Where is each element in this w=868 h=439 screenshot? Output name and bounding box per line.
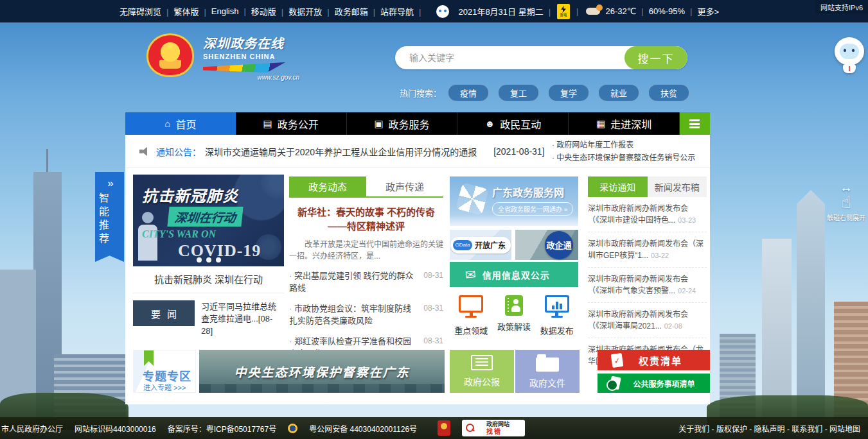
gd-banner-title: 广东政务服务网 xyxy=(492,184,564,200)
press-item[interactable]: 深圳市政府新闻办新闻发布会（《深圳海事局2021...02-08 xyxy=(588,303,707,338)
gov-documents-tile[interactable]: 政府文件 xyxy=(515,350,580,393)
smart-recommend-ribbon[interactable]: » 智能推荐 xyxy=(95,172,124,262)
news-item: 突出基层党建引领 践行党的群众路线 08-31 xyxy=(289,270,443,294)
hot-search-label: 热门搜索： xyxy=(400,87,441,99)
tab-gov-voice[interactable]: 政声传递 xyxy=(366,176,443,196)
open-gd-label: 开放广东 xyxy=(475,239,506,250)
news-item-link[interactable]: 突出基层党建引领 践行党的群众路线 xyxy=(289,270,418,294)
nav-about-shenzhen[interactable]: 走进深圳 xyxy=(569,112,680,135)
building-icon xyxy=(596,118,605,130)
side-link-annual-report[interactable]: 政府网站年度工作报表 xyxy=(552,139,701,151)
footer-link-sitemap[interactable]: 网站地图 xyxy=(829,425,860,434)
touch-hint-label: 触碰右侧展开 xyxy=(824,212,868,222)
footer-link-copyright[interactable]: 版权保护 xyxy=(716,425,754,434)
gd-banner-subtitle: 全省政务服务一网通办 » xyxy=(492,202,573,216)
policy-book-icon xyxy=(505,295,523,316)
press-item[interactable]: 深圳市政府新闻办新闻发布会（《深圳市气象灾害预警...02-24 xyxy=(588,268,707,303)
nav-gov-disclosure[interactable]: 政务公开 xyxy=(236,112,347,135)
public-service-list-banner[interactable]: 公共服务事项清单 xyxy=(598,374,710,393)
tab-gov-news[interactable]: 政务动态 xyxy=(289,176,366,196)
topbar-link-traditional[interactable]: 繁体版 xyxy=(173,5,211,17)
robot-mascot[interactable] xyxy=(833,37,865,74)
news-headline[interactable]: 新华社：春天的故事 不朽的传奇 ——特区精神述评 xyxy=(289,205,443,234)
topbar-link-accessibility[interactable]: 无障碍浏览 xyxy=(120,5,173,17)
notice-title-link[interactable]: 深圳市交通运输局关于2020年养护工程从业企业信用评分情况的通报 xyxy=(205,145,477,158)
news-item-link[interactable]: 市政协党组会议：筑牢制度防线 扎实防范各类廉政风险 xyxy=(289,302,418,327)
touch-expand-hint: ↔ ☝ 触碰右侧展开 xyxy=(824,182,868,222)
gd-service-banner[interactable]: 广东政务服务网 全省政务服务一网通办 » xyxy=(450,176,578,226)
footer-link-privacy[interactable]: 隐私声明 xyxy=(754,425,792,434)
news-column: 政务动态 政声传递 新华社：春天的故事 不朽的传奇 ——特区精神述评 改革开放是… xyxy=(289,176,443,368)
site-logo[interactable]: 深圳政务在线 SHENZHEN CHINA www.sz.gov.cn xyxy=(146,33,299,81)
topbar-link-mobile[interactable]: 移动版 xyxy=(251,5,288,17)
search-bar: 搜一下 xyxy=(395,46,687,69)
quick-link-policy[interactable]: 政策解读 xyxy=(493,295,536,336)
topbar-link-open-data[interactable]: 数据开放 xyxy=(288,5,334,17)
gov-enterprise-tile[interactable]: 政企通 xyxy=(515,230,578,260)
carousel-line3: CITY'S WAR ON xyxy=(142,228,216,240)
hot-search-return-work[interactable]: 复工 xyxy=(498,84,539,101)
topbar-link-gov-mail[interactable]: 政务邮箱 xyxy=(335,5,380,17)
footer-site-code: 网站标识码4403000016 xyxy=(75,423,156,434)
tab-interview-notice[interactable]: 采访通知 xyxy=(588,176,648,197)
carousel-dot[interactable] xyxy=(216,257,221,263)
quick-link-key-areas[interactable]: 重点领域 xyxy=(450,295,493,336)
side-link-env-inspection[interactable]: 中央生态环境保护督察整改任务销号公示 xyxy=(552,151,701,164)
carousel-dots xyxy=(197,257,221,263)
nav-home[interactable]: 首页 xyxy=(125,112,236,135)
open-guangdong-tile[interactable]: GData 开放广东 xyxy=(450,230,511,260)
press-item[interactable]: 深圳市政府新闻办新闻发布会（深圳市GEP核算“1...03-22 xyxy=(588,232,707,268)
hot-search-poverty[interactable]: 扶贫 xyxy=(648,84,689,101)
carousel-caption[interactable]: 抗击新冠肺炎 深圳在行动 xyxy=(133,272,284,286)
top-news-link[interactable]: 习近平同马拉维总统查克维拉通电...[08-28] xyxy=(201,300,284,337)
topbar-link-english[interactable]: English xyxy=(211,6,251,16)
thunder-warning-icon: 雷电 xyxy=(557,4,570,19)
press-column: 采访通知 新闻发布稿 深圳市政府新闻办新闻发布会（《深圳市建设中国特色...03… xyxy=(588,176,707,373)
hot-search-return-school[interactable]: 复学 xyxy=(548,84,589,101)
hot-search-employment[interactable]: 就业 xyxy=(598,84,639,101)
special-topics-enter-link[interactable]: 进入专题 >>> xyxy=(143,382,186,392)
divider xyxy=(133,293,284,293)
carousel-line2: 深圳在行动 xyxy=(167,207,243,227)
assistant-robot-icon[interactable] xyxy=(436,5,449,18)
press-item-date: 02-08 xyxy=(664,322,682,330)
special-topics-box[interactable]: 专题专区 进入专题 >>> xyxy=(133,350,196,393)
site-error-report-button[interactable]: 政府网站 找错 xyxy=(462,420,525,436)
pointing-hand-icon: ☝ xyxy=(824,193,868,211)
press-item[interactable]: 深圳市政府新闻办新闻发布会（《深圳市建设中国特色...03-23 xyxy=(588,197,707,232)
search-input[interactable] xyxy=(395,46,624,69)
footer-link-about[interactable]: 关于我们 xyxy=(678,425,716,434)
temperature-text: 26-32℃ xyxy=(605,6,648,16)
notice-label: 通知公告： xyxy=(156,145,201,158)
hot-search-epidemic[interactable]: 疫情 xyxy=(448,84,489,101)
site-url: www.sz.gov.cn xyxy=(203,74,299,81)
power-list-banner[interactable]: ✓ 权责清单 xyxy=(598,350,710,370)
quick-link-data[interactable]: 数据发布 xyxy=(535,295,578,336)
press-item-date: 03-22 xyxy=(651,252,669,259)
nav-gov-services[interactable]: 政务服务 xyxy=(347,112,458,135)
footer-icp: 备案序号：粤ICP备05017767号 xyxy=(168,423,276,434)
credit-disclosure-banner[interactable]: ✉ 信用信息双公示 xyxy=(450,262,578,287)
env-inspection-banner[interactable]: 中央生态环境保护督察在广东 xyxy=(199,350,445,393)
footer-link-contact[interactable]: 联系我们 xyxy=(792,425,829,434)
footer-beian[interactable]: 粤公网安备 44030402001126号 xyxy=(309,423,417,434)
env-banner-title: 中央生态环境保护督察在广东 xyxy=(199,363,445,380)
weather-more-link[interactable]: 更多> xyxy=(698,5,720,17)
gazette-newspaper-icon xyxy=(471,355,493,370)
newspaper-icon xyxy=(263,118,272,130)
topbar-link-site-nav[interactable]: 站群导航 xyxy=(380,5,426,17)
gov-gazette-tile[interactable]: 政府公报 xyxy=(450,350,514,393)
tab-press-release[interactable]: 新闻发布稿 xyxy=(648,176,707,197)
left-right-arrow-icon: ↔ xyxy=(824,182,868,193)
zqt-circle-label: 政企通 xyxy=(545,231,573,259)
carousel-dot[interactable] xyxy=(197,257,202,263)
nav-menu-button[interactable] xyxy=(680,112,710,135)
covid-carousel-banner[interactable]: 抗击新冠肺炎 深圳在行动 CITY'S WAR ON COVID-19 xyxy=(133,175,284,266)
notice-bar: 通知公告： 深圳市交通运输局关于2020年养护工程从业企业信用评分情况的通报 [… xyxy=(125,135,710,168)
press-item-date: 02-24 xyxy=(678,287,696,295)
news-item-date: 08-31 xyxy=(423,302,443,327)
folder-icon xyxy=(536,357,559,372)
nav-interaction[interactable]: 政民互动 xyxy=(457,112,569,135)
carousel-dot[interactable] xyxy=(206,257,211,263)
search-button[interactable]: 搜一下 xyxy=(624,46,687,69)
